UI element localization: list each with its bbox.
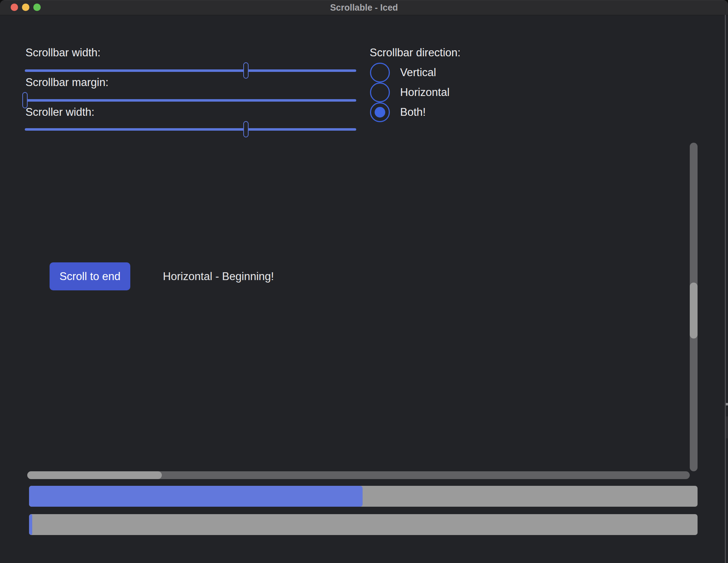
radio-button[interactable]: [370, 83, 390, 102]
vertical-scrollbar-rail[interactable]: [690, 143, 698, 471]
progress-fill: [29, 514, 32, 535]
vertical-scrollbar-thumb[interactable]: [690, 283, 698, 339]
scrollbar-margin-label: Scrollbar margin:: [25, 76, 108, 89]
outer-scrollbar-thumb[interactable]: [726, 416, 728, 438]
titlebar: Scrollable - Iced: [0, 0, 728, 15]
window-title: Scrollable - Iced: [0, 0, 728, 15]
radio-button[interactable]: [370, 63, 390, 83]
slider-handle[interactable]: [243, 62, 249, 79]
horizontal-scrollbar-thumb[interactable]: [27, 471, 162, 479]
scroller-width-slider[interactable]: [25, 128, 356, 131]
horizontal-scrollbar-rail[interactable]: [27, 471, 690, 479]
window-right-edge: [725, 15, 726, 563]
app-window: Scrollable - Iced Scrollbar width: Scrol…: [0, 0, 728, 563]
radio-label-vertical: Vertical: [400, 66, 436, 79]
radio-option[interactable]: Both!: [370, 102, 426, 122]
radio-option[interactable]: Vertical: [370, 63, 436, 83]
scrollbar-margin-slider[interactable]: [25, 99, 356, 102]
progress-fill: [29, 486, 363, 507]
scroll-status-text: Horizontal - Beginning!: [163, 262, 274, 290]
progress-bar: [29, 486, 698, 507]
radio-button[interactable]: [370, 102, 390, 122]
outer-scrollbar-mark: [726, 403, 728, 405]
radio-option[interactable]: Horizontal: [370, 83, 450, 102]
radio-dot: [375, 107, 385, 118]
scroll-to-end-button[interactable]: Scroll to end: [50, 262, 130, 290]
scrollbar-width-slider[interactable]: [25, 69, 356, 72]
scrollbar-direction-label: Scrollbar direction:: [370, 46, 461, 59]
radio-label-both: Both!: [400, 106, 426, 119]
scroller-width-label: Scroller width:: [25, 106, 95, 119]
progress-bar: [29, 514, 698, 535]
slider-handle[interactable]: [243, 121, 249, 137]
radio-label-horizontal: Horizontal: [400, 86, 450, 99]
scrollbar-width-label: Scrollbar width:: [25, 46, 101, 59]
